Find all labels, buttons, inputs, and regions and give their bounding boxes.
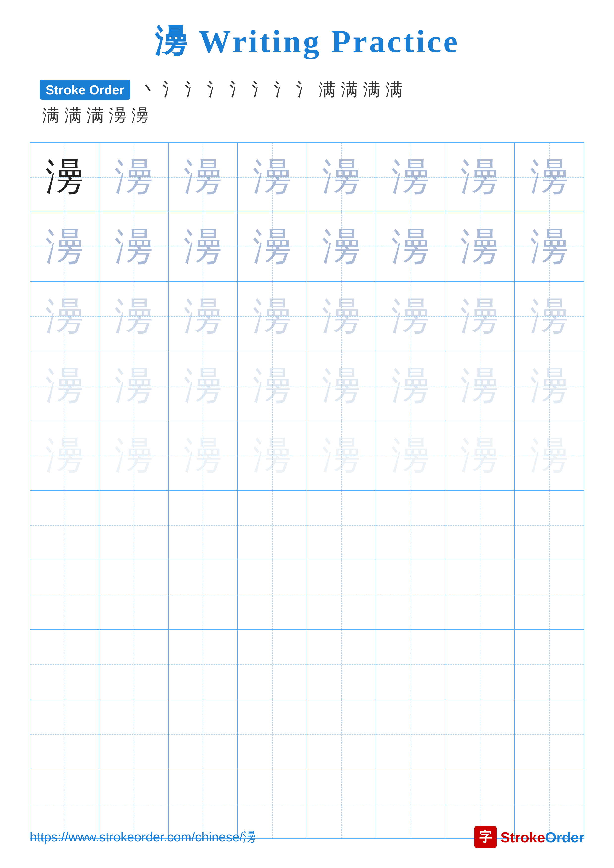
grid-cell[interactable]: 澷	[169, 421, 238, 490]
grid-cell[interactable]	[30, 560, 99, 629]
grid-cell[interactable]	[376, 560, 445, 629]
grid-cell[interactable]	[169, 630, 238, 699]
stroke-order-row2: 满 满 满 澷 澷	[40, 104, 584, 127]
grid-cell[interactable]: 澷	[376, 212, 445, 281]
grid-row-4: 澷 澷 澷 澷 澷 澷 澷 澷	[30, 351, 584, 421]
grid-cell[interactable]: 澷	[515, 282, 584, 351]
grid-cell[interactable]: 澷	[376, 421, 445, 490]
practice-grid: 澷 澷 澷 澷 澷 澷 澷 澷 澷 澷 澷 澷 澷 澷 澷 澷 澷 澷 澷 澷 …	[30, 142, 584, 839]
grid-cell[interactable]	[238, 699, 307, 769]
grid-cell[interactable]	[238, 491, 307, 560]
stroke-s7: 氵	[274, 78, 291, 101]
grid-cell[interactable]: 澷	[30, 143, 99, 212]
grid-row-9	[30, 699, 584, 769]
grid-cell[interactable]	[307, 699, 376, 769]
grid-cell[interactable]	[238, 630, 307, 699]
grid-cell[interactable]: 澷	[445, 143, 515, 212]
grid-cell[interactable]: 澷	[169, 351, 238, 420]
grid-cell[interactable]: 澷	[238, 212, 307, 281]
stroke-s16: 澷	[109, 104, 126, 127]
grid-row-5: 澷 澷 澷 澷 澷 澷 澷 澷	[30, 421, 584, 491]
grid-cell[interactable]: 澷	[445, 351, 515, 420]
cell-char: 澷	[530, 228, 569, 266]
footer-url[interactable]: https://www.strokeorder.com/chinese/澷	[30, 828, 256, 846]
grid-cell[interactable]: 澷	[30, 351, 99, 420]
grid-cell[interactable]: 澷	[99, 421, 168, 490]
grid-cell[interactable]: 澷	[307, 351, 376, 420]
stroke-order-section: Stroke Order 丶 氵 氵 氵 氵 氵 氵 氵 满 满 满 满 满 满…	[30, 78, 584, 127]
grid-cell[interactable]	[99, 699, 168, 769]
grid-cell[interactable]	[445, 630, 515, 699]
grid-cell[interactable]: 澷	[515, 421, 584, 490]
cell-char: 澷	[45, 367, 84, 405]
grid-cell[interactable]: 澷	[99, 212, 168, 281]
stroke-s5: 氵	[229, 78, 247, 101]
cell-char: 澷	[460, 228, 499, 266]
cell-char: 澷	[115, 158, 153, 196]
grid-cell[interactable]: 澷	[307, 212, 376, 281]
grid-cell[interactable]	[515, 560, 584, 629]
grid-cell[interactable]: 澷	[30, 282, 99, 351]
grid-cell[interactable]	[515, 630, 584, 699]
grid-cell[interactable]: 澷	[238, 143, 307, 212]
cell-char: 澷	[391, 228, 430, 266]
grid-cell[interactable]	[30, 491, 99, 560]
logo-text-order: Order	[545, 829, 584, 845]
grid-cell[interactable]: 澷	[307, 282, 376, 351]
cell-char: 澷	[530, 367, 569, 405]
title-char: 澷	[155, 23, 189, 59]
cell-char: 澷	[322, 297, 361, 336]
grid-cell[interactable]: 澷	[238, 421, 307, 490]
grid-cell[interactable]: 澷	[99, 351, 168, 420]
cell-char: 澷	[115, 297, 153, 336]
grid-cell[interactable]: 澷	[445, 212, 515, 281]
title-text: Writing Practice	[189, 23, 460, 59]
grid-cell[interactable]: 澷	[99, 143, 168, 212]
grid-cell[interactable]: 澷	[515, 143, 584, 212]
grid-cell[interactable]: 澷	[445, 282, 515, 351]
grid-cell[interactable]: 澷	[376, 282, 445, 351]
cell-char: 澷	[460, 297, 499, 336]
grid-cell[interactable]: 澷	[99, 282, 168, 351]
grid-cell[interactable]: 澷	[169, 282, 238, 351]
grid-cell[interactable]: 澷	[445, 421, 515, 490]
grid-cell[interactable]	[99, 560, 168, 629]
grid-cell[interactable]	[30, 699, 99, 769]
grid-cell[interactable]	[376, 630, 445, 699]
grid-cell[interactable]	[376, 699, 445, 769]
grid-cell[interactable]: 澷	[307, 143, 376, 212]
grid-cell[interactable]	[307, 491, 376, 560]
grid-cell[interactable]: 澷	[238, 282, 307, 351]
grid-cell[interactable]	[30, 630, 99, 699]
cell-char: 澷	[460, 158, 499, 196]
grid-cell[interactable]	[169, 491, 238, 560]
grid-cell[interactable]	[99, 491, 168, 560]
grid-row-6	[30, 491, 584, 560]
cell-char: 澷	[115, 228, 153, 266]
grid-cell[interactable]	[515, 699, 584, 769]
stroke-s3: 氵	[185, 78, 202, 101]
grid-cell[interactable]	[238, 560, 307, 629]
grid-cell[interactable]	[445, 560, 515, 629]
grid-cell[interactable]: 澷	[169, 212, 238, 281]
grid-cell[interactable]: 澷	[307, 421, 376, 490]
grid-cell[interactable]: 澷	[376, 143, 445, 212]
cell-char: 澷	[184, 297, 222, 336]
grid-cell[interactable]: 澷	[515, 351, 584, 420]
grid-cell[interactable]: 澷	[238, 351, 307, 420]
grid-cell[interactable]	[307, 630, 376, 699]
grid-cell[interactable]: 澷	[515, 212, 584, 281]
grid-cell[interactable]: 澷	[376, 351, 445, 420]
grid-cell[interactable]	[515, 491, 584, 560]
grid-cell[interactable]	[307, 560, 376, 629]
cell-char: 澷	[253, 437, 291, 475]
grid-cell[interactable]	[169, 699, 238, 769]
grid-cell[interactable]: 澷	[30, 421, 99, 490]
grid-cell[interactable]	[445, 699, 515, 769]
grid-cell[interactable]	[169, 560, 238, 629]
grid-cell[interactable]	[376, 491, 445, 560]
grid-cell[interactable]	[445, 491, 515, 560]
grid-cell[interactable]	[99, 630, 168, 699]
grid-cell[interactable]: 澷	[30, 212, 99, 281]
grid-cell[interactable]: 澷	[169, 143, 238, 212]
